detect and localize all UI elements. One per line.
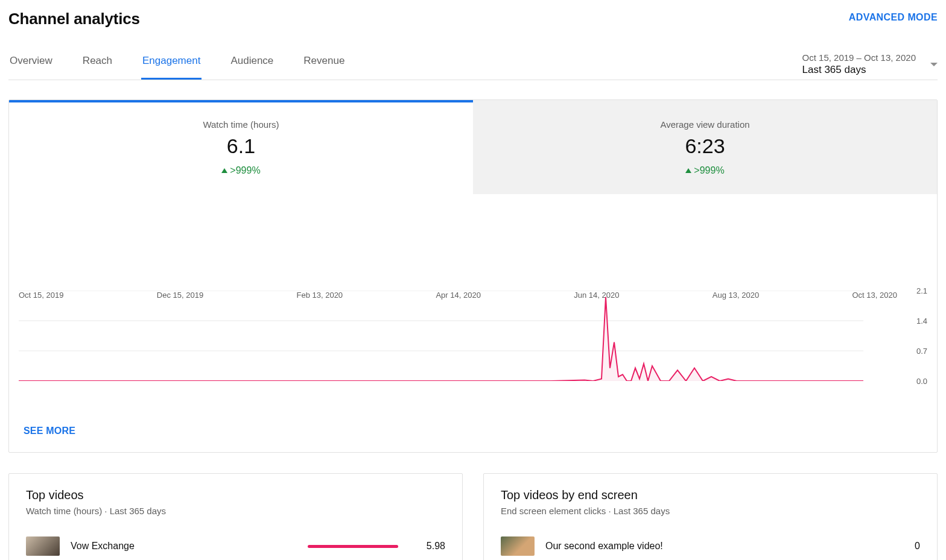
- video-row[interactable]: Our second example video!0: [501, 530, 920, 560]
- metric-change: >999%: [15, 165, 467, 176]
- chart-y-axis: 2.11.40.70.0: [897, 291, 927, 381]
- metric-tabs: Watch time (hours)6.1>999%Average view d…: [9, 100, 937, 194]
- tab-engagement[interactable]: Engagement: [141, 55, 202, 80]
- video-title: Our second example video!: [545, 541, 873, 552]
- video-thumbnail: [501, 536, 535, 556]
- y-tick: 0.7: [916, 347, 927, 356]
- video-value: 5.98: [409, 541, 445, 552]
- metric-change: >999%: [479, 165, 931, 176]
- video-thumbnail: [26, 536, 60, 556]
- header: Channel analytics ADVANCED MODE: [8, 7, 938, 36]
- tabs-bar: OverviewReachEngagementAudienceRevenue O…: [8, 36, 938, 80]
- tab-revenue[interactable]: Revenue: [302, 55, 346, 80]
- engagement-chart-card: Watch time (hours)6.1>999%Average view d…: [8, 99, 938, 453]
- tabs: OverviewReachEngagementAudienceRevenue: [8, 55, 346, 80]
- page-title: Channel analytics: [8, 10, 140, 28]
- top-end-screen-card: Top videos by end screen End screen elem…: [483, 473, 938, 560]
- metric-tab-1[interactable]: Average view duration6:23>999%: [473, 100, 937, 194]
- arrow-up-icon: [221, 168, 227, 173]
- card-subtitle: Watch time (hours) · Last 365 days: [26, 506, 445, 516]
- tab-reach[interactable]: Reach: [81, 55, 113, 80]
- top-videos-card: Top videos Watch time (hours) · Last 365…: [8, 473, 463, 560]
- see-more-button[interactable]: SEE MORE: [9, 411, 937, 452]
- bar-wrap: [290, 545, 398, 548]
- metric-label: Watch time (hours): [15, 119, 467, 130]
- chevron-down-icon: [930, 63, 938, 66]
- card-subtitle: End screen element clicks · Last 365 day…: [501, 506, 920, 516]
- video-value: 0: [884, 541, 920, 552]
- date-range-label: Last 365 days: [802, 64, 916, 76]
- video-title: Vow Exchange: [71, 541, 279, 552]
- date-range-picker[interactable]: Oct 15, 2019 – Oct 13, 2020 Last 365 day…: [802, 52, 938, 80]
- y-tick: 2.1: [916, 286, 927, 295]
- y-tick: 0.0: [916, 377, 927, 386]
- arrow-up-icon: [685, 168, 691, 173]
- y-tick: 1.4: [916, 316, 927, 326]
- tab-overview[interactable]: Overview: [8, 55, 54, 80]
- metric-value: 6.1: [15, 134, 467, 158]
- card-title: Top videos: [26, 488, 445, 502]
- metric-value: 6:23: [479, 134, 931, 158]
- video-row[interactable]: Vow Exchange5.98: [26, 530, 445, 560]
- bottom-cards: Top videos Watch time (hours) · Last 365…: [8, 473, 938, 560]
- card-title: Top videos by end screen: [501, 488, 920, 502]
- advanced-mode-button[interactable]: ADVANCED MODE: [849, 10, 938, 23]
- date-range-text: Oct 15, 2019 – Oct 13, 2020: [802, 52, 916, 63]
- bar: [308, 545, 398, 548]
- tab-audience[interactable]: Audience: [229, 55, 275, 80]
- metric-tab-0[interactable]: Watch time (hours)6.1>999%: [9, 100, 473, 194]
- metric-label: Average view duration: [479, 119, 931, 130]
- time-series-chart[interactable]: 2.11.40.70.0 Oct 15, 2019Dec 15, 2019Feb…: [19, 291, 927, 411]
